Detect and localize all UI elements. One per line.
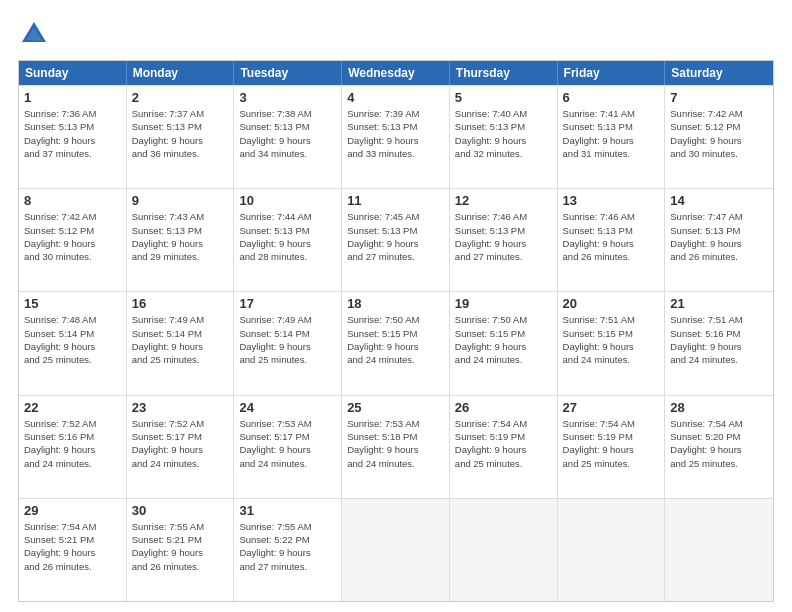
- day-cell-10: 10Sunrise: 7:44 AM Sunset: 5:13 PM Dayli…: [234, 189, 342, 291]
- day-info: Sunrise: 7:42 AM Sunset: 5:12 PM Dayligh…: [670, 107, 768, 160]
- day-number: 3: [239, 90, 336, 105]
- day-cell-8: 8Sunrise: 7:42 AM Sunset: 5:12 PM Daylig…: [19, 189, 127, 291]
- day-info: Sunrise: 7:55 AM Sunset: 5:22 PM Dayligh…: [239, 520, 336, 573]
- day-info: Sunrise: 7:39 AM Sunset: 5:13 PM Dayligh…: [347, 107, 444, 160]
- day-number: 18: [347, 296, 444, 311]
- day-cell-2: 2Sunrise: 7:37 AM Sunset: 5:13 PM Daylig…: [127, 86, 235, 188]
- day-info: Sunrise: 7:43 AM Sunset: 5:13 PM Dayligh…: [132, 210, 229, 263]
- day-info: Sunrise: 7:38 AM Sunset: 5:13 PM Dayligh…: [239, 107, 336, 160]
- day-number: 31: [239, 503, 336, 518]
- day-cell-6: 6Sunrise: 7:41 AM Sunset: 5:13 PM Daylig…: [558, 86, 666, 188]
- day-cell-24: 24Sunrise: 7:53 AM Sunset: 5:17 PM Dayli…: [234, 396, 342, 498]
- day-cell-23: 23Sunrise: 7:52 AM Sunset: 5:17 PM Dayli…: [127, 396, 235, 498]
- week-row-2: 15Sunrise: 7:48 AM Sunset: 5:14 PM Dayli…: [19, 291, 773, 394]
- day-info: Sunrise: 7:54 AM Sunset: 5:19 PM Dayligh…: [455, 417, 552, 470]
- day-cell-1: 1Sunrise: 7:36 AM Sunset: 5:13 PM Daylig…: [19, 86, 127, 188]
- day-cell-25: 25Sunrise: 7:53 AM Sunset: 5:18 PM Dayli…: [342, 396, 450, 498]
- day-cell-16: 16Sunrise: 7:49 AM Sunset: 5:14 PM Dayli…: [127, 292, 235, 394]
- page: SundayMondayTuesdayWednesdayThursdayFrid…: [0, 0, 792, 612]
- day-info: Sunrise: 7:52 AM Sunset: 5:17 PM Dayligh…: [132, 417, 229, 470]
- day-cell-13: 13Sunrise: 7:46 AM Sunset: 5:13 PM Dayli…: [558, 189, 666, 291]
- day-info: Sunrise: 7:45 AM Sunset: 5:13 PM Dayligh…: [347, 210, 444, 263]
- header-day-friday: Friday: [558, 61, 666, 85]
- day-info: Sunrise: 7:37 AM Sunset: 5:13 PM Dayligh…: [132, 107, 229, 160]
- day-cell-29: 29Sunrise: 7:54 AM Sunset: 5:21 PM Dayli…: [19, 499, 127, 601]
- day-cell-4: 4Sunrise: 7:39 AM Sunset: 5:13 PM Daylig…: [342, 86, 450, 188]
- day-info: Sunrise: 7:54 AM Sunset: 5:20 PM Dayligh…: [670, 417, 768, 470]
- header-day-sunday: Sunday: [19, 61, 127, 85]
- empty-cell: [342, 499, 450, 601]
- week-row-1: 8Sunrise: 7:42 AM Sunset: 5:12 PM Daylig…: [19, 188, 773, 291]
- header-day-saturday: Saturday: [665, 61, 773, 85]
- day-info: Sunrise: 7:55 AM Sunset: 5:21 PM Dayligh…: [132, 520, 229, 573]
- day-cell-5: 5Sunrise: 7:40 AM Sunset: 5:13 PM Daylig…: [450, 86, 558, 188]
- empty-cell: [665, 499, 773, 601]
- day-number: 23: [132, 400, 229, 415]
- logo: [18, 18, 54, 50]
- day-info: Sunrise: 7:52 AM Sunset: 5:16 PM Dayligh…: [24, 417, 121, 470]
- day-info: Sunrise: 7:54 AM Sunset: 5:21 PM Dayligh…: [24, 520, 121, 573]
- day-cell-17: 17Sunrise: 7:49 AM Sunset: 5:14 PM Dayli…: [234, 292, 342, 394]
- day-number: 9: [132, 193, 229, 208]
- day-number: 6: [563, 90, 660, 105]
- day-info: Sunrise: 7:48 AM Sunset: 5:14 PM Dayligh…: [24, 313, 121, 366]
- day-number: 4: [347, 90, 444, 105]
- day-number: 25: [347, 400, 444, 415]
- day-info: Sunrise: 7:51 AM Sunset: 5:16 PM Dayligh…: [670, 313, 768, 366]
- day-number: 2: [132, 90, 229, 105]
- day-info: Sunrise: 7:50 AM Sunset: 5:15 PM Dayligh…: [347, 313, 444, 366]
- day-number: 15: [24, 296, 121, 311]
- day-info: Sunrise: 7:49 AM Sunset: 5:14 PM Dayligh…: [132, 313, 229, 366]
- day-cell-27: 27Sunrise: 7:54 AM Sunset: 5:19 PM Dayli…: [558, 396, 666, 498]
- day-info: Sunrise: 7:46 AM Sunset: 5:13 PM Dayligh…: [455, 210, 552, 263]
- day-cell-19: 19Sunrise: 7:50 AM Sunset: 5:15 PM Dayli…: [450, 292, 558, 394]
- day-cell-31: 31Sunrise: 7:55 AM Sunset: 5:22 PM Dayli…: [234, 499, 342, 601]
- day-number: 17: [239, 296, 336, 311]
- day-number: 29: [24, 503, 121, 518]
- day-info: Sunrise: 7:46 AM Sunset: 5:13 PM Dayligh…: [563, 210, 660, 263]
- header-day-wednesday: Wednesday: [342, 61, 450, 85]
- day-cell-9: 9Sunrise: 7:43 AM Sunset: 5:13 PM Daylig…: [127, 189, 235, 291]
- day-number: 7: [670, 90, 768, 105]
- day-cell-22: 22Sunrise: 7:52 AM Sunset: 5:16 PM Dayli…: [19, 396, 127, 498]
- day-number: 22: [24, 400, 121, 415]
- day-number: 1: [24, 90, 121, 105]
- day-cell-28: 28Sunrise: 7:54 AM Sunset: 5:20 PM Dayli…: [665, 396, 773, 498]
- day-number: 28: [670, 400, 768, 415]
- week-row-4: 29Sunrise: 7:54 AM Sunset: 5:21 PM Dayli…: [19, 498, 773, 601]
- day-number: 14: [670, 193, 768, 208]
- day-cell-15: 15Sunrise: 7:48 AM Sunset: 5:14 PM Dayli…: [19, 292, 127, 394]
- day-cell-18: 18Sunrise: 7:50 AM Sunset: 5:15 PM Dayli…: [342, 292, 450, 394]
- day-info: Sunrise: 7:54 AM Sunset: 5:19 PM Dayligh…: [563, 417, 660, 470]
- week-row-0: 1Sunrise: 7:36 AM Sunset: 5:13 PM Daylig…: [19, 85, 773, 188]
- header-day-monday: Monday: [127, 61, 235, 85]
- day-number: 20: [563, 296, 660, 311]
- header-day-thursday: Thursday: [450, 61, 558, 85]
- day-number: 26: [455, 400, 552, 415]
- header: [18, 18, 774, 50]
- day-cell-12: 12Sunrise: 7:46 AM Sunset: 5:13 PM Dayli…: [450, 189, 558, 291]
- day-info: Sunrise: 7:53 AM Sunset: 5:17 PM Dayligh…: [239, 417, 336, 470]
- day-cell-20: 20Sunrise: 7:51 AM Sunset: 5:15 PM Dayli…: [558, 292, 666, 394]
- day-info: Sunrise: 7:50 AM Sunset: 5:15 PM Dayligh…: [455, 313, 552, 366]
- day-info: Sunrise: 7:41 AM Sunset: 5:13 PM Dayligh…: [563, 107, 660, 160]
- day-info: Sunrise: 7:49 AM Sunset: 5:14 PM Dayligh…: [239, 313, 336, 366]
- day-number: 8: [24, 193, 121, 208]
- day-number: 10: [239, 193, 336, 208]
- day-number: 27: [563, 400, 660, 415]
- day-info: Sunrise: 7:47 AM Sunset: 5:13 PM Dayligh…: [670, 210, 768, 263]
- day-info: Sunrise: 7:44 AM Sunset: 5:13 PM Dayligh…: [239, 210, 336, 263]
- day-info: Sunrise: 7:51 AM Sunset: 5:15 PM Dayligh…: [563, 313, 660, 366]
- day-cell-30: 30Sunrise: 7:55 AM Sunset: 5:21 PM Dayli…: [127, 499, 235, 601]
- day-info: Sunrise: 7:53 AM Sunset: 5:18 PM Dayligh…: [347, 417, 444, 470]
- calendar: SundayMondayTuesdayWednesdayThursdayFrid…: [18, 60, 774, 602]
- day-number: 16: [132, 296, 229, 311]
- header-day-tuesday: Tuesday: [234, 61, 342, 85]
- day-number: 19: [455, 296, 552, 311]
- day-number: 12: [455, 193, 552, 208]
- day-cell-7: 7Sunrise: 7:42 AM Sunset: 5:12 PM Daylig…: [665, 86, 773, 188]
- day-cell-3: 3Sunrise: 7:38 AM Sunset: 5:13 PM Daylig…: [234, 86, 342, 188]
- week-row-3: 22Sunrise: 7:52 AM Sunset: 5:16 PM Dayli…: [19, 395, 773, 498]
- day-cell-14: 14Sunrise: 7:47 AM Sunset: 5:13 PM Dayli…: [665, 189, 773, 291]
- calendar-body: 1Sunrise: 7:36 AM Sunset: 5:13 PM Daylig…: [19, 85, 773, 601]
